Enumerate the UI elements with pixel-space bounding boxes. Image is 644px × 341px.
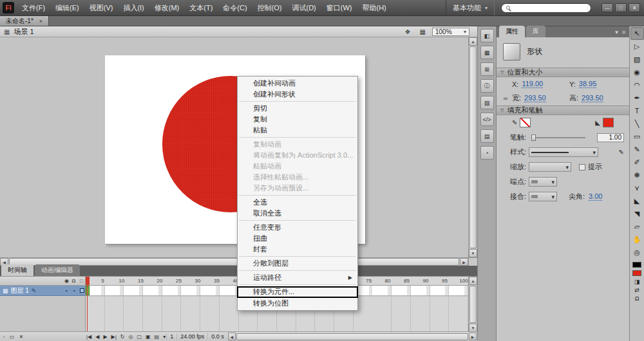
selection-tool[interactable]: ↖ (630, 27, 644, 40)
lock-unlock-all-layers-icon[interactable]: ◘ (72, 278, 75, 284)
show-layers-as-outlines-icon[interactable]: □ (80, 278, 83, 284)
tab-close-icon[interactable]: × (39, 18, 43, 24)
layer-row[interactable]: ▦ 图层 1 ✎ • • (0, 286, 85, 296)
keyframe-cell-frame-1[interactable] (86, 286, 90, 295)
stroke-color-swatch[interactable] (632, 262, 641, 268)
stroke-scale-dropdown[interactable]: ▾ (529, 162, 571, 172)
edit-stroke-style-button[interactable]: ✎ (619, 149, 624, 156)
color-panel-icon[interactable]: ◧ (480, 29, 494, 42)
go-to-first-frame-button[interactable]: |◀ (86, 333, 92, 341)
context-menu-item-deselect-all[interactable]: 取消全选 (238, 208, 357, 219)
search-box[interactable] (501, 3, 591, 13)
pasteboard[interactable] (0, 37, 468, 257)
frame-rate-readout[interactable]: 24.00 fps (176, 333, 207, 340)
context-menu-item-envelope[interactable]: 封套 (238, 244, 357, 255)
menu-edit[interactable]: 编辑(E) (50, 0, 84, 15)
menu-text[interactable]: 文本(T) (184, 0, 218, 15)
timeline-horizontal-scrollbar[interactable]: ◀ ▶ (228, 333, 477, 341)
minimize-button[interactable]: — (601, 3, 613, 12)
stroke-style-dropdown[interactable]: ▾ (529, 147, 598, 157)
onion-skin-button[interactable]: ▢ (136, 333, 142, 341)
stroke-hinting-checkbox[interactable] (579, 164, 585, 170)
close-button[interactable]: ✕ (629, 3, 640, 12)
menu-modify[interactable]: 修改(M) (149, 0, 185, 15)
edit-scene-button[interactable]: ▦ (417, 28, 428, 35)
step-forward-one-frame-button[interactable]: ▶| (111, 333, 117, 341)
eraser-tool[interactable]: ▱ (630, 220, 644, 233)
context-menu-item-create-motion-tween[interactable]: 创建补间动画 (238, 78, 357, 89)
cap-dropdown[interactable]: ▾ (529, 177, 557, 187)
swatches-panel-icon[interactable]: ▦ (480, 46, 494, 59)
lock-width-height-icon[interactable]: ∞ (502, 95, 509, 102)
edit-multiple-frames-button[interactable]: ▤ (154, 333, 160, 341)
swap-colors-button[interactable]: ⇄ (634, 286, 639, 294)
menu-window[interactable]: 窗口(W) (321, 0, 357, 15)
onion-skin-outlines-button[interactable]: ▣ (145, 333, 151, 341)
zoom-level-dropdown[interactable]: 100% ▾ (432, 28, 469, 36)
black-and-white-button[interactable]: ◨ (634, 277, 640, 286)
slider-thumb[interactable] (531, 134, 536, 141)
stroke-weight-slider[interactable] (531, 137, 585, 138)
scroll-left-arrow-icon[interactable]: ◀ (228, 333, 236, 340)
text-tool[interactable]: T (630, 104, 644, 117)
layer-lock-dot[interactable]: • (73, 288, 75, 293)
context-menu-item-free-transform[interactable]: 任意变形 (238, 222, 357, 233)
align-panel-icon[interactable]: ⊞ (480, 62, 494, 76)
scroll-up-arrow-icon[interactable]: ▲ (469, 277, 477, 285)
bone-tool[interactable]: ⋎ (630, 181, 644, 194)
menu-file[interactable]: 文件(F) (17, 0, 50, 15)
pencil-tool[interactable]: ✎ (630, 143, 644, 156)
free-transform-tool[interactable]: ▧ (630, 53, 644, 66)
zoom-tool[interactable]: ◎ (630, 246, 644, 259)
scroll-right-arrow-icon[interactable]: ▶ (469, 333, 477, 340)
snap-to-objects-button[interactable]: Ω (635, 294, 639, 302)
tab-properties[interactable]: 属性 (499, 26, 525, 37)
context-menu-item-distort[interactable]: 扭曲 (238, 233, 357, 244)
timeline-vertical-scrollbar[interactable]: ▲ ▼ (468, 277, 477, 332)
subselection-tool[interactable]: ▷ (630, 40, 644, 53)
pen-tool[interactable]: ✒ (630, 91, 644, 104)
timeline-tab-motion-editor[interactable]: 动画编辑器 (35, 264, 80, 276)
panel-menu-icon[interactable]: ≡ (622, 29, 625, 35)
context-menu-item-create-shape-tween[interactable]: 创建补间形状 (238, 89, 357, 100)
scroll-down-arrow-icon[interactable]: ▼ (469, 249, 477, 257)
menu-debug[interactable]: 调试(D) (287, 0, 321, 15)
brush-tool[interactable]: ✐ (630, 156, 644, 169)
stage-vertical-scrollbar[interactable]: ▲ ▼ (468, 37, 477, 257)
app-logo-button[interactable]: Fl (0, 0, 17, 15)
motion-presets-panel-icon[interactable]: ◔ (480, 146, 494, 160)
timeline-tab-timeline[interactable]: 时间轴 (1, 264, 33, 276)
menu-help[interactable]: 帮助(H) (357, 0, 392, 15)
menu-commands[interactable]: 命令(C) (218, 0, 252, 15)
lasso-tool[interactable]: ◠ (630, 78, 644, 91)
context-menu-item-convert-to-bitmap[interactable]: 转换为位图 (238, 298, 357, 309)
loop-playback-button[interactable]: ↻ (120, 333, 126, 341)
menu-insert[interactable]: 插入(I) (118, 0, 149, 15)
panel-collapse-icon[interactable]: ▾ (615, 29, 618, 35)
components-panel-icon[interactable]: ▤ (480, 129, 494, 143)
code-snippets-panel-icon[interactable]: </> (480, 113, 494, 126)
width-value[interactable]: 293.50 (524, 94, 546, 102)
document-tab[interactable]: 未命名-1* × (0, 16, 49, 26)
deco-tool[interactable]: ❋ (630, 169, 644, 181)
new-folder-button[interactable]: ▭ (9, 333, 15, 341)
new-layer-button[interactable]: ▫ (3, 333, 6, 341)
layer-outline-color-swatch[interactable] (80, 288, 84, 293)
step-back-one-frame-button[interactable]: ◀ (95, 333, 100, 341)
scene-breadcrumb[interactable]: 场景 1 (14, 27, 33, 37)
playhead-marker[interactable] (86, 277, 90, 285)
hand-tool[interactable]: ✋ (630, 233, 644, 246)
delete-layer-button[interactable]: ✕ (18, 333, 24, 341)
search-input[interactable] (513, 4, 586, 12)
rectangle-tool[interactable]: ▭ (630, 130, 644, 143)
3d-rotation-tool[interactable]: ◉ (630, 66, 644, 78)
playhead-line[interactable] (87, 277, 88, 332)
stroke-weight-input[interactable]: 1.00 (597, 133, 624, 142)
menu-control[interactable]: 控制(O) (252, 0, 287, 15)
x-value[interactable]: 119.00 (522, 80, 543, 88)
stroke-color-swatch[interactable] (520, 118, 531, 127)
section-header-fill-stroke[interactable]: ▽ 填充和笔触 (497, 106, 629, 115)
edit-symbols-button[interactable]: ❖ (402, 28, 413, 35)
miter-value[interactable]: 3.00 (589, 192, 602, 201)
tab-library[interactable]: 库 (526, 26, 545, 37)
